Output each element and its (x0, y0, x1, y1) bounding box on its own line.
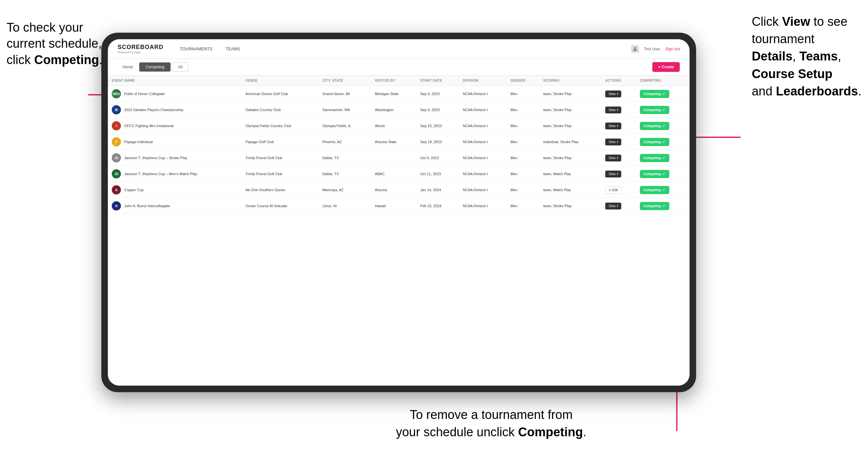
table-row: P Papago Individual Papago Golf ClubPhoe… (108, 134, 689, 150)
filter-tab-competing[interactable]: Competing (139, 62, 170, 71)
gender-cell: Men (506, 118, 539, 134)
table-row: JS Jackson T. Stephens Cup – Men's Match… (108, 166, 689, 182)
edit-button[interactable]: ✏ Edit (605, 186, 622, 194)
view-button[interactable]: View ℹ (605, 91, 622, 97)
gender-cell: Men (506, 182, 539, 198)
city-cell: Dallas, TX (318, 150, 371, 166)
actions-cell: View ℹ (601, 166, 636, 182)
start-date-cell: Jan 14, 2024 (416, 182, 459, 198)
view-button[interactable]: View ℹ (605, 155, 622, 161)
city-cell: Dallas, TX (318, 166, 371, 182)
competing-button[interactable]: Competing ✓ (640, 170, 669, 178)
competing-button[interactable]: Competing ✓ (640, 154, 669, 162)
division-cell: NCAA Division I (459, 102, 506, 118)
annotation-top-right: Click View to see tournament Details, Te… (752, 13, 862, 100)
scoring-cell: individual, Stroke Play (539, 134, 601, 150)
top-nav: SCOREBOARD Powered by clippi TOURNAMENTS… (108, 39, 689, 59)
nav-teams[interactable]: TEAMS (225, 45, 240, 53)
brand: SCOREBOARD Powered by clippi (118, 44, 163, 54)
event-name-cell: JS Jackson T. Stephens Cup – Men's Match… (108, 166, 242, 182)
event-name: 2023 Sahalee Players Championship (124, 108, 183, 112)
table-row: MSU Folds of Honor Collegiate American D… (108, 86, 689, 102)
brand-subtitle: Powered by clippi (118, 51, 163, 54)
city-cell: Lihue, HI (318, 198, 371, 214)
venue-cell: Papago Golf Club (242, 134, 318, 150)
event-name-cell: MSU Folds of Honor Collegiate (108, 86, 242, 102)
competing-button[interactable]: Competing ✓ (640, 186, 669, 194)
division-cell: NCAA Division I (459, 198, 506, 214)
actions-cell: View ℹ (601, 86, 636, 102)
scoring-cell: team, Match Play (539, 182, 601, 198)
sign-out-link[interactable]: Sign out (665, 47, 680, 51)
venue-cell: American Dunes Golf Club (242, 86, 318, 102)
event-name-cell: A Copper Cup (108, 182, 242, 198)
table-container[interactable]: EVENT NAME VENUE CITY, STATE HOSTED BY S… (108, 75, 689, 385)
competing-cell: Competing ✓ (636, 150, 689, 166)
scoring-cell: team, Stroke Play (539, 198, 601, 214)
venue-cell: Ak-Chin Southern Dunes (242, 182, 318, 198)
nav-tournaments[interactable]: TOURNAMENTS (180, 45, 212, 53)
scoring-cell: team, Stroke Play (539, 86, 601, 102)
competing-button[interactable]: Competing ✓ (640, 106, 669, 114)
actions-cell: ✏ Edit (601, 182, 636, 198)
competing-cell: Competing ✓ (636, 198, 689, 214)
view-button[interactable]: View ℹ (605, 106, 622, 114)
competing-button[interactable]: Competing ✓ (640, 202, 669, 210)
view-button[interactable]: View ℹ (605, 138, 622, 146)
start-date-cell: Oct 11, 2023 (416, 166, 459, 182)
competing-button[interactable]: Competing ✓ (640, 122, 669, 130)
annotation-top-left: To check your current schedule, click Co… (6, 20, 102, 68)
event-name: Copper Cup (124, 188, 144, 192)
scoring-cell: team, Stroke Play (539, 150, 601, 166)
table-row: A Copper Cup Ak-Chin Southern DunesMaric… (108, 182, 689, 198)
table-row: H John A. Burns Intercollegiate Ocean Co… (108, 198, 689, 214)
gender-cell: Men (506, 102, 539, 118)
event-name: John A. Burns Intercollegiate (124, 204, 170, 208)
event-name: Folds of Honor Collegiate (124, 92, 165, 96)
scoring-cell: team, Stroke Play (539, 118, 601, 134)
col-start-date: START DATE (416, 75, 459, 86)
filter-tabs: Home Competing All (118, 62, 189, 71)
view-button[interactable]: View ℹ (605, 123, 622, 129)
col-actions: ACTIONS (601, 75, 636, 86)
city-cell: Maricopa, AZ (318, 182, 371, 198)
competing-cell: Competing ✓ (636, 166, 689, 182)
annotation-bottom: To remove a tournament from your schedul… (396, 406, 586, 441)
competing-cell: Competing ✓ (636, 182, 689, 198)
view-button[interactable]: View ℹ (605, 203, 622, 210)
start-date-cell: Feb 15, 2024 (416, 198, 459, 214)
actions-cell: View ℹ (601, 134, 636, 150)
view-button[interactable]: View ℹ (605, 170, 622, 178)
hosted-by-cell: Arizona (371, 182, 416, 198)
tablet-screen: SCOREBOARD Powered by clippi TOURNAMENTS… (108, 39, 689, 385)
event-name-cell: I OFCC Fighting Illini Invitational (108, 118, 242, 134)
division-cell: NCAA Division I (459, 182, 506, 198)
gender-cell: Men (506, 150, 539, 166)
gender-cell: Men (506, 198, 539, 214)
table-row: I OFCC Fighting Illini Invitational Olym… (108, 118, 689, 134)
filter-tab-all[interactable]: All (172, 62, 189, 71)
start-date-cell: Sep 9, 2023 (416, 102, 459, 118)
competing-button[interactable]: Competing ✓ (640, 138, 669, 146)
col-division: DIVISION (459, 75, 506, 86)
event-logo: P (112, 137, 121, 147)
division-cell: NCAA Division I (459, 134, 506, 150)
actions-cell: View ℹ (601, 198, 636, 214)
svg-point-3 (634, 47, 636, 49)
hosted-by-cell: Michigan State (371, 86, 416, 102)
competing-cell: Competing ✓ (636, 86, 689, 102)
filter-tab-home[interactable]: Home (118, 62, 138, 71)
tablet-frame: SCOREBOARD Powered by clippi TOURNAMENTS… (101, 33, 696, 392)
filter-bar: Home Competing All + Create (108, 59, 689, 75)
actions-cell: View ℹ (601, 118, 636, 134)
col-gender: GENDER (506, 75, 539, 86)
table-row: W 2023 Sahalee Players Championship Saha… (108, 102, 689, 118)
venue-cell: Trinity Forest Golf Club (242, 150, 318, 166)
brand-title: SCOREBOARD (118, 44, 163, 51)
table-header: EVENT NAME VENUE CITY, STATE HOSTED BY S… (108, 75, 689, 86)
create-button[interactable]: + Create (652, 62, 680, 72)
scoring-cell: team, Stroke Play (539, 102, 601, 118)
event-logo: A (112, 185, 121, 194)
venue-cell: Sahalee Country Club (242, 102, 318, 118)
competing-button[interactable]: Competing ✓ (640, 90, 669, 98)
